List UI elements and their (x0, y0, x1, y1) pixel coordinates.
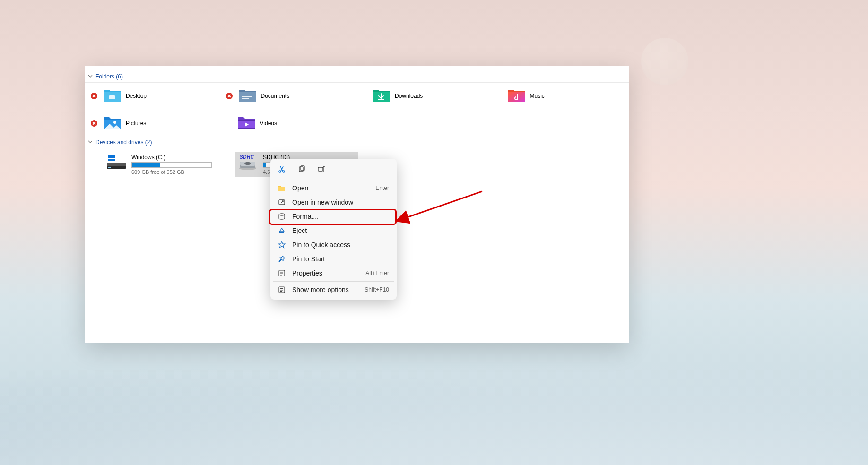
folder-downloads[interactable]: Downloads (357, 87, 492, 104)
drive-c-icon (106, 154, 127, 171)
folder-label: Music (530, 93, 545, 99)
drive-info: Windows (C:) 609 GB free of 952 GB (131, 154, 225, 175)
svg-rect-11 (238, 120, 255, 121)
folders-section-header[interactable]: Folders (6) (85, 71, 629, 83)
folder-music[interactable]: Music (492, 87, 627, 104)
more-options-icon (278, 286, 286, 293)
svg-rect-28 (278, 187, 285, 191)
properties-icon (278, 269, 286, 277)
folder-documents[interactable]: Documents (222, 87, 357, 104)
menu-shortcut: Alt+Enter (365, 270, 389, 276)
menu-shortcut: Enter (375, 185, 389, 191)
svg-rect-34 (280, 288, 283, 289)
pictures-folder-icon (103, 116, 121, 130)
copy-button[interactable] (296, 164, 307, 175)
svg-rect-12 (238, 128, 255, 129)
documents-folder-icon (238, 89, 256, 103)
drives-section-header[interactable]: Devices and drives (2) (85, 137, 629, 148)
drive-name: Windows (C:) (131, 154, 225, 161)
menu-label: Open in new window (292, 198, 353, 206)
rename-button[interactable] (316, 164, 327, 175)
drive-windows-c[interactable]: Windows (C:) 609 GB free of 952 GB (104, 152, 227, 177)
folder-label: Documents (261, 93, 290, 99)
folders-grid: Desktop Documents Downloads Music (85, 83, 629, 137)
drive-c-freespace: 609 GB free of 952 GB (131, 169, 225, 175)
menu-label: Properties (292, 269, 322, 277)
folder-label: Videos (260, 120, 277, 127)
menu-label: Format... (292, 213, 319, 220)
drive-d-progress-fill (263, 163, 266, 167)
error-icon (91, 93, 97, 99)
menu-eject[interactable]: Eject (273, 224, 394, 238)
downloads-folder-icon (372, 89, 390, 103)
sdhc-badge: SDHC (240, 155, 254, 160)
svg-rect-1 (109, 95, 115, 99)
drive-c-progress (131, 162, 212, 168)
svg-point-22 (244, 162, 251, 165)
music-folder-icon (507, 89, 525, 103)
menu-label: Open (292, 184, 308, 192)
svg-rect-5 (242, 98, 249, 99)
context-menu: Open Enter Open in new window Format... … (270, 159, 397, 300)
svg-rect-36 (280, 291, 282, 292)
svg-rect-35 (280, 290, 283, 291)
eject-icon (278, 227, 286, 234)
chevron-down-icon (88, 139, 93, 146)
format-icon (278, 213, 286, 220)
moon-decoration (641, 38, 688, 85)
svg-rect-31 (279, 232, 284, 233)
menu-show-more-options[interactable]: Show more options Shift+F10 (273, 283, 394, 297)
pin-icon (278, 255, 286, 263)
folder-label: Downloads (395, 93, 423, 99)
menu-label: Pin to Quick access (292, 241, 350, 249)
drive-d-icon: SDHC (237, 154, 258, 171)
svg-rect-18 (108, 158, 115, 159)
menu-pin-quick-access[interactable]: Pin to Quick access (273, 238, 394, 252)
folder-open-icon (278, 184, 286, 192)
svg-rect-4 (242, 96, 252, 97)
folder-pictures[interactable]: Pictures (87, 115, 222, 132)
svg-point-30 (279, 214, 285, 215)
drive-c-progress-fill (132, 163, 160, 167)
menu-properties[interactable]: Properties Alt+Enter (273, 266, 394, 280)
menu-pin-start[interactable]: Pin to Start (273, 252, 394, 266)
folder-label: Pictures (126, 120, 146, 127)
folder-label: Desktop (126, 93, 147, 99)
menu-open-new-window[interactable]: Open in new window (273, 195, 394, 209)
menu-label: Show more options (292, 286, 349, 293)
svg-point-24 (283, 171, 285, 172)
cut-button[interactable] (276, 164, 287, 175)
svg-rect-27 (318, 167, 323, 171)
menu-format[interactable]: Format... (273, 209, 394, 224)
videos-folder-icon (237, 116, 255, 130)
svg-rect-15 (108, 167, 111, 168)
svg-rect-3 (242, 95, 252, 95)
folders-header-label: Folders (6) (95, 73, 123, 80)
new-window-icon (278, 198, 286, 206)
menu-shortcut: Shift+F10 (365, 286, 389, 293)
context-menu-top-actions (273, 162, 394, 179)
chevron-down-icon (88, 73, 93, 80)
folder-desktop[interactable]: Desktop (87, 87, 222, 104)
drives-header-label: Devices and drives (2) (95, 139, 152, 146)
menu-open[interactable]: Open Enter (273, 181, 394, 195)
star-icon (278, 241, 286, 249)
svg-point-23 (279, 171, 281, 172)
desktop-folder-icon (103, 89, 121, 103)
folder-videos[interactable]: Videos (222, 115, 357, 132)
error-icon (226, 93, 233, 99)
svg-rect-14 (107, 163, 126, 166)
menu-divider (273, 281, 394, 282)
menu-label: Pin to Start (292, 255, 325, 263)
svg-point-9 (113, 121, 116, 124)
error-icon (91, 120, 97, 127)
menu-divider (273, 180, 394, 180)
menu-label: Eject (292, 227, 307, 234)
